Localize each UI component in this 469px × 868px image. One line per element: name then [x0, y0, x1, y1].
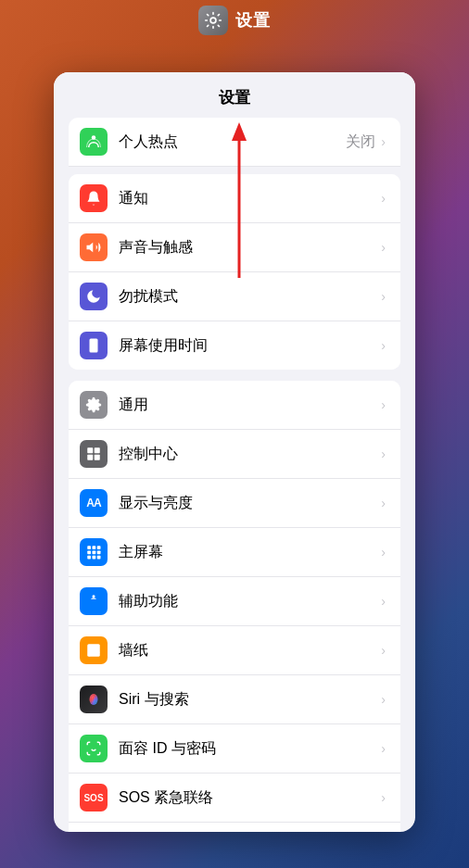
svg-rect-9	[87, 546, 91, 549]
svg-rect-6	[95, 447, 100, 453]
hotspot-row[interactable]: 个人热点 关闭 ›	[69, 118, 400, 167]
homescreen-icon	[80, 538, 108, 566]
screentime-icon	[80, 332, 108, 359]
app-title-top: 设置	[235, 9, 271, 31]
svg-rect-17	[97, 556, 101, 560]
svg-rect-10	[93, 546, 96, 549]
svg-point-18	[93, 595, 95, 598]
sos-label: SOS 紧急联络	[119, 788, 381, 808]
wallpaper-chevron: ›	[381, 643, 386, 658]
notifications-chevron: ›	[381, 191, 386, 206]
hotspot-icon	[80, 128, 108, 156]
exposure-row[interactable]: 暴露通知 ›	[69, 823, 400, 832]
siri-icon	[80, 686, 108, 713]
notifications-row[interactable]: 通知 ›	[69, 174, 400, 223]
general-label: 通用	[119, 396, 381, 415]
faceid-row[interactable]: 面容 ID 与密码 ›	[69, 724, 400, 774]
dnd-label: 勿扰模式	[119, 287, 381, 307]
homescreen-row[interactable]: 主屏幕 ›	[69, 528, 400, 577]
card-title: 设置	[54, 72, 415, 118]
group-2: 通用 › 控制中心 › AA 显示与亮度 ›	[69, 381, 400, 832]
display-chevron: ›	[381, 496, 386, 510]
accessibility-icon	[80, 587, 108, 615]
sound-chevron: ›	[381, 240, 386, 255]
sos-row[interactable]: SOS SOS 紧急联络 ›	[69, 774, 400, 823]
svg-rect-5	[87, 447, 93, 453]
dnd-chevron: ›	[381, 289, 386, 304]
group-1: 通知 › 声音与触感 › 勿扰模式 ›	[69, 174, 400, 370]
homescreen-label: 主屏幕	[119, 543, 381, 562]
general-icon	[80, 391, 108, 419]
general-row[interactable]: 通用 ›	[69, 381, 400, 430]
svg-rect-8	[95, 455, 100, 460]
siri-row[interactable]: Siri 与搜索 ›	[69, 675, 400, 724]
app-header: 设置	[198, 6, 271, 35]
faceid-icon	[80, 735, 108, 762]
wallpaper-label: 墙纸	[119, 641, 381, 660]
svg-rect-14	[97, 551, 101, 555]
dnd-icon	[80, 283, 108, 310]
general-chevron: ›	[381, 397, 386, 412]
homescreen-chevron: ›	[381, 545, 386, 560]
svg-point-20	[90, 647, 92, 648]
svg-rect-11	[97, 546, 101, 549]
hotspot-value: 关闭	[346, 132, 375, 152]
wallpaper-icon	[80, 636, 108, 664]
sos-chevron: ›	[381, 790, 386, 805]
faceid-chevron: ›	[381, 741, 386, 756]
controlcenter-label: 控制中心	[119, 445, 381, 464]
screentime-label: 屏幕使用时间	[119, 336, 381, 356]
sound-label: 声音与触感	[119, 238, 381, 258]
controlcenter-row[interactable]: 控制中心 ›	[69, 430, 400, 479]
svg-marker-2	[87, 243, 94, 253]
display-row[interactable]: AA 显示与亮度 ›	[69, 479, 400, 528]
display-icon: AA	[80, 489, 108, 517]
svg-point-0	[210, 18, 216, 23]
svg-rect-12	[87, 551, 91, 555]
controlcenter-icon	[80, 440, 108, 468]
status-bar: 设置	[0, 0, 469, 41]
dnd-row[interactable]: 勿扰模式 ›	[69, 272, 400, 321]
faceid-label: 面容 ID 与密码	[119, 739, 381, 759]
wallpaper-row[interactable]: 墙纸 ›	[69, 626, 400, 675]
display-label: 显示与亮度	[119, 494, 381, 513]
settings-app-icon	[198, 6, 228, 35]
accessibility-chevron: ›	[381, 594, 386, 609]
notifications-icon	[80, 184, 108, 212]
settings-card: 设置 个人热点 关闭 ›	[54, 72, 415, 832]
screentime-chevron: ›	[381, 338, 386, 353]
siri-chevron: ›	[381, 692, 386, 707]
sound-icon	[80, 233, 108, 261]
hotspot-label: 个人热点	[119, 132, 346, 152]
sos-icon: SOS	[80, 784, 108, 811]
notifications-label: 通知	[119, 189, 381, 208]
sound-row[interactable]: 声音与触感 ›	[69, 223, 400, 272]
svg-point-22	[92, 696, 96, 703]
svg-rect-15	[87, 556, 91, 560]
svg-rect-7	[87, 455, 93, 460]
controlcenter-chevron: ›	[381, 447, 386, 461]
hotspot-chevron: ›	[381, 134, 386, 149]
siri-label: Siri 与搜索	[119, 690, 381, 710]
accessibility-label: 辅助功能	[119, 592, 381, 611]
svg-rect-13	[93, 551, 96, 555]
screentime-row[interactable]: 屏幕使用时间 ›	[69, 321, 400, 370]
svg-rect-16	[93, 556, 96, 560]
accessibility-row[interactable]: 辅助功能 ›	[69, 577, 400, 626]
